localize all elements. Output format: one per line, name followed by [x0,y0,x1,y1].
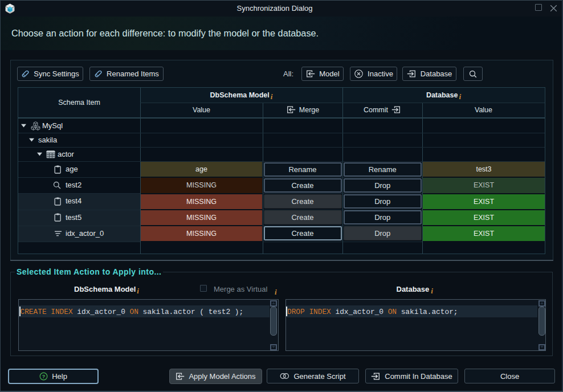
svg-text:?: ? [42,374,46,379]
